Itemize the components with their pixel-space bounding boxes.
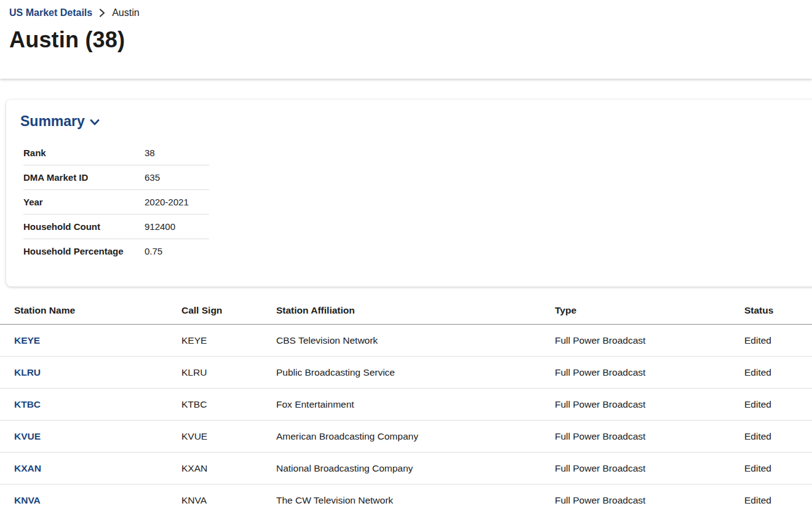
stations-table: Station Name Call Sign Station Affiliati… [0, 295, 812, 514]
summary-field-row: Year 2020-2021 [23, 190, 209, 215]
affiliation-cell: American Broadcasting Company [276, 421, 555, 453]
us-market-details-page: US Market Details Austin Austin (38) Sum… [0, 0, 812, 514]
affiliation-cell: Public Broadcasting Service [276, 357, 555, 389]
station-row: KTBC KTBC Fox Entertainment Full Power B… [0, 389, 812, 421]
status-cell: Edited [744, 325, 812, 357]
summary-card: Summary Rank 38 DMA Market ID 635 Year [6, 100, 812, 287]
affiliation-cell: CBS Television Network [276, 325, 555, 357]
type-cell: Full Power Broadcast [555, 453, 744, 484]
column-header-station-name[interactable]: Station Name [0, 295, 181, 325]
affiliation-cell: The CW Television Network [276, 484, 555, 514]
breadcrumb-link-us-market-details[interactable]: US Market Details [9, 7, 92, 18]
station-row: KNVA KNVA The CW Television Network Full… [0, 484, 812, 514]
station-link[interactable]: KLRU [14, 367, 41, 378]
summary-field-value: 38 [145, 148, 155, 158]
summary-field-value: 0.75 [145, 246, 162, 256]
station-row: KEYE KEYE CBS Television Network Full Po… [0, 325, 812, 357]
stations-table-section: Station Name Call Sign Station Affiliati… [0, 295, 812, 514]
column-header-type[interactable]: Type [555, 295, 744, 325]
summary-field-row: DMA Market ID 635 [23, 165, 209, 190]
type-cell: Full Power Broadcast [555, 421, 744, 453]
call-sign-cell: KXAN [181, 453, 276, 484]
station-name-cell: KNVA [0, 484, 181, 514]
stations-table-body: KEYE KEYE CBS Television Network Full Po… [0, 325, 812, 514]
station-name-cell: KTBC [0, 389, 181, 421]
column-header-station-affiliation[interactable]: Station Affiliation [276, 295, 555, 325]
type-cell: Full Power Broadcast [555, 389, 744, 421]
summary-field-row: Household Count 912400 [23, 215, 209, 239]
station-link[interactable]: KXAN [14, 463, 41, 473]
breadcrumb-current: Austin [112, 7, 139, 18]
station-name-cell: KXAN [0, 453, 181, 484]
summary-section-toggle[interactable]: Summary [20, 113, 812, 130]
summary-field-label: Household Count [23, 221, 145, 232]
station-link[interactable]: KEYE [14, 335, 40, 346]
call-sign-cell: KVUE [181, 421, 276, 453]
call-sign-cell: KEYE [181, 325, 276, 357]
station-link[interactable]: KVUE [14, 431, 41, 441]
column-header-status[interactable]: Status [744, 295, 812, 325]
station-name-cell: KLRU [0, 357, 181, 389]
station-name-cell: KVUE [0, 421, 181, 453]
status-cell: Edited [744, 453, 812, 484]
summary-fields: Rank 38 DMA Market ID 635 Year 2020-2021… [23, 141, 209, 263]
status-cell: Edited [744, 357, 812, 389]
station-name-cell: KEYE [0, 325, 181, 357]
summary-field-row: Rank 38 [23, 141, 209, 165]
station-link[interactable]: KNVA [14, 495, 41, 505]
station-row: KLRU KLRU Public Broadcasting Service Fu… [0, 357, 812, 389]
station-link[interactable]: KTBC [14, 399, 41, 409]
call-sign-cell: KLRU [181, 357, 276, 389]
call-sign-cell: KTBC [181, 389, 276, 421]
status-cell: Edited [744, 484, 812, 514]
summary-field-label: DMA Market ID [23, 172, 145, 183]
chevron-down-icon [90, 113, 100, 130]
breadcrumb: US Market Details Austin [9, 7, 812, 18]
type-cell: Full Power Broadcast [555, 484, 744, 514]
summary-field-label: Rank [23, 148, 145, 158]
type-cell: Full Power Broadcast [555, 325, 744, 357]
column-header-call-sign[interactable]: Call Sign [181, 295, 276, 325]
summary-field-value: 2020-2021 [145, 197, 189, 207]
summary-field-value: 912400 [145, 221, 175, 232]
call-sign-cell: KNVA [181, 484, 276, 514]
station-row: KVUE KVUE American Broadcasting Company … [0, 421, 812, 453]
summary-field-label: Year [23, 197, 145, 207]
page-title: Austin (38) [9, 27, 812, 53]
summary-title-label: Summary [20, 113, 85, 130]
status-cell: Edited [744, 389, 812, 421]
stations-table-header: Station Name Call Sign Station Affiliati… [0, 295, 812, 325]
summary-field-label: Household Percentage [23, 246, 145, 256]
summary-field-row: Household Percentage 0.75 [23, 239, 209, 263]
page-header: US Market Details Austin Austin (38) [0, 0, 812, 79]
type-cell: Full Power Broadcast [555, 357, 744, 389]
breadcrumb-chevron-right-icon [98, 9, 106, 17]
affiliation-cell: National Broadcasting Company [276, 453, 555, 484]
affiliation-cell: Fox Entertainment [276, 389, 555, 421]
status-cell: Edited [744, 421, 812, 453]
summary-field-value: 635 [145, 172, 160, 183]
station-row: KXAN KXAN National Broadcasting Company … [0, 453, 812, 484]
